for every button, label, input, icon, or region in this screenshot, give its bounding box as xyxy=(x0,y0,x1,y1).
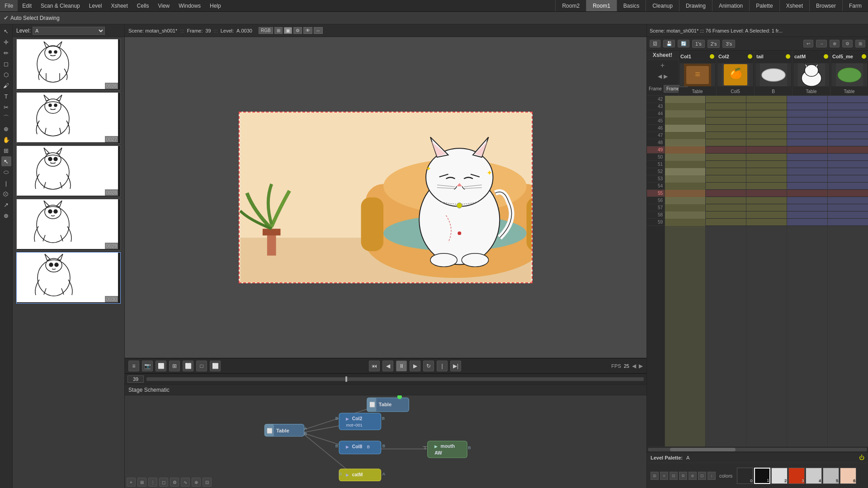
film-frame-0030[interactable]: 0030 xyxy=(16,252,121,304)
col1-header[interactable]: Col1 xyxy=(679,51,716,62)
lp-tool-5[interactable]: ⊕ xyxy=(689,472,697,480)
fc2-49[interactable] xyxy=(706,146,746,154)
safe-area-btn[interactable]: □ xyxy=(196,361,207,371)
room-farm[interactable]: Farm xyxy=(842,0,868,11)
room-basics[interactable]: Basics xyxy=(617,0,646,11)
tool-bend[interactable]: ⌒ xyxy=(1,113,11,123)
tool-hand[interactable]: ✋ xyxy=(1,135,11,145)
room-cleanup[interactable]: Cleanup xyxy=(646,0,679,11)
fc2-45[interactable] xyxy=(706,117,746,125)
fc3-43[interactable] xyxy=(746,103,787,110)
fc3-59[interactable] xyxy=(746,219,787,226)
fc2-53[interactable] xyxy=(706,175,746,183)
fc4-52[interactable] xyxy=(787,168,827,175)
tool-fill[interactable]: ⬡ xyxy=(1,70,11,80)
xsheet-arrow-right[interactable]: ▶ xyxy=(664,73,668,80)
swatch-1[interactable]: 1 xyxy=(754,468,770,484)
swatch-5[interactable]: 5 xyxy=(823,468,839,484)
eye-icon[interactable]: 👁 xyxy=(303,27,312,34)
fc1-46[interactable] xyxy=(665,125,705,132)
level-select[interactable]: A xyxy=(33,27,105,35)
xctl-icon8[interactable]: ⊞ xyxy=(855,40,865,47)
tool-eraser[interactable]: ◻ xyxy=(1,59,11,69)
tail-header[interactable]: tail xyxy=(755,51,792,62)
lp-tool-6[interactable]: ⊡ xyxy=(698,472,706,480)
fc1-59[interactable] xyxy=(665,219,705,226)
xctl-icon3[interactable]: 🔄 xyxy=(678,40,689,47)
scene-canvas[interactable]: Camera1 xyxy=(239,112,533,283)
fc1-49[interactable] xyxy=(665,146,705,154)
fc3-46[interactable] xyxy=(746,125,787,132)
menu-edit[interactable]: Edit xyxy=(18,0,36,11)
fc2-47[interactable] xyxy=(706,132,746,139)
film-frame-0029[interactable]: 0029 xyxy=(16,199,121,250)
xctl-icon2[interactable]: 💾 xyxy=(663,40,675,47)
tool-camera-stand[interactable]: ⊞ xyxy=(1,145,11,155)
fc4-49[interactable] xyxy=(787,146,827,154)
fc4-48[interactable] xyxy=(787,139,827,146)
room-drawing[interactable]: Drawing xyxy=(679,0,712,11)
fc2-52[interactable] xyxy=(706,168,746,175)
sch-zoom-btn[interactable]: ⊕ xyxy=(192,478,201,487)
xctl-icon6[interactable]: ⊕ xyxy=(830,40,840,47)
fc5-58[interactable] xyxy=(828,211,868,219)
arrows-icon[interactable]: ↔ xyxy=(314,27,323,34)
fc2-46[interactable] xyxy=(706,125,746,132)
fc1-56[interactable] xyxy=(665,197,705,204)
fc5-46[interactable] xyxy=(828,125,868,132)
hamburger-btn[interactable]: ≡ xyxy=(128,361,139,371)
tool-arrow[interactable]: ↖ xyxy=(1,156,11,166)
fc1-45[interactable] xyxy=(665,117,705,125)
fc1-54[interactable] xyxy=(665,183,705,190)
fc3-54[interactable] xyxy=(746,183,787,190)
menu-file[interactable]: File xyxy=(0,0,18,11)
fc3-48[interactable] xyxy=(746,139,787,146)
fc3-56[interactable] xyxy=(746,197,787,204)
fc4-50[interactable] xyxy=(787,154,827,161)
fc1-53[interactable] xyxy=(665,175,705,183)
fc5-45[interactable] xyxy=(828,117,868,125)
settings-icon[interactable]: ⚙ xyxy=(293,27,302,34)
swatch-3[interactable]: 3 xyxy=(788,468,805,484)
swatch-4[interactable]: 4 xyxy=(806,468,822,484)
fc5-51[interactable] xyxy=(828,161,868,168)
fc2-55[interactable] xyxy=(706,190,746,197)
lp-tool-4[interactable]: ⚙ xyxy=(679,472,687,480)
snapshot-btn[interactable]: 📷 xyxy=(142,361,153,371)
fc5-44[interactable] xyxy=(828,110,868,117)
xsheet-scrollbar[interactable] xyxy=(648,448,867,451)
fc3-45[interactable] xyxy=(746,117,787,125)
fc3-52[interactable] xyxy=(746,168,787,175)
lp-tool-1[interactable]: ⊞ xyxy=(651,472,659,480)
lp-power-icon[interactable]: ⏻ xyxy=(859,455,864,461)
catm-header[interactable]: catM xyxy=(793,51,830,62)
menu-level[interactable]: Level xyxy=(85,0,107,11)
fc4-42[interactable] xyxy=(787,96,827,103)
grid-btn[interactable]: ⊞ xyxy=(169,361,180,371)
fc1-55[interactable] xyxy=(665,190,705,197)
fc3-44[interactable] xyxy=(746,110,787,117)
fps-down[interactable]: ◀ xyxy=(632,363,636,369)
compare-btn[interactable]: ⬜ xyxy=(156,361,166,371)
fc4-51[interactable] xyxy=(787,161,827,168)
lp-tool-7[interactable]: ↕ xyxy=(708,472,716,480)
fc1-43[interactable] xyxy=(665,103,705,110)
loop-btn[interactable]: ↻ xyxy=(423,361,434,371)
menu-view[interactable]: View xyxy=(153,0,174,11)
fc5-54[interactable] xyxy=(828,183,868,190)
sch-group-btn[interactable]: ⊞ xyxy=(137,478,146,487)
fc2-59[interactable] xyxy=(706,219,746,226)
film-frame-0028[interactable]: 0028 xyxy=(16,145,121,197)
xctl-icon7[interactable]: ⚙ xyxy=(842,40,853,47)
fc4-54[interactable] xyxy=(787,183,827,190)
scrubber-bar[interactable] xyxy=(146,377,644,381)
tool-type[interactable]: T xyxy=(1,91,11,101)
fc1-57[interactable] xyxy=(665,204,705,211)
rgb-icon[interactable]: RGB xyxy=(259,27,273,34)
fc4-59[interactable] xyxy=(787,219,827,226)
fc4-46[interactable] xyxy=(787,125,827,132)
fc1-52[interactable] xyxy=(665,168,705,175)
fc1-50[interactable] xyxy=(665,154,705,161)
fc2-50[interactable] xyxy=(706,154,746,161)
xctl-icon4[interactable]: ↩ xyxy=(803,40,813,47)
